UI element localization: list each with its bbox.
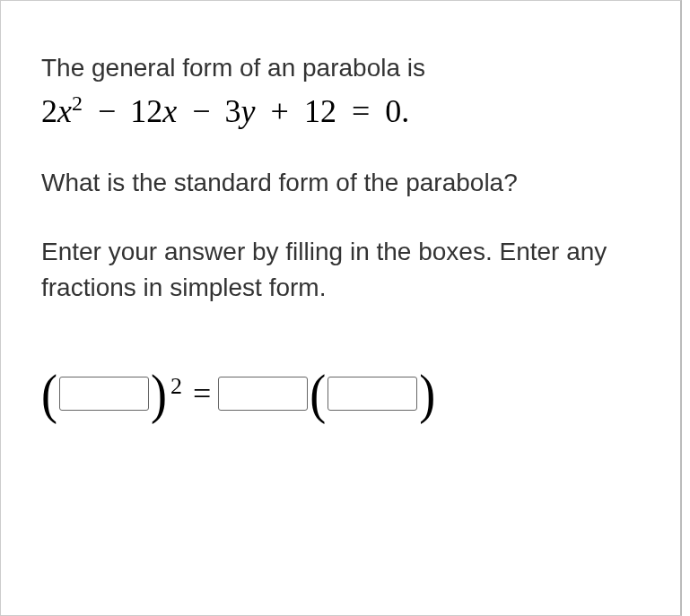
coef-1: 2	[41, 93, 57, 129]
answer-template: ( ) 2 = ( )	[41, 369, 640, 418]
prompt-intro: The general form of an parabola is	[41, 50, 640, 85]
operator-minus-1: −	[98, 93, 115, 129]
const-12: 12	[304, 93, 336, 129]
equals-symbol: =	[193, 375, 211, 412]
left-paren-2: (	[310, 366, 326, 421]
exponent-1: 2	[72, 91, 83, 115]
answer-box-3[interactable]	[328, 377, 417, 411]
var-x1: x	[57, 93, 72, 129]
equals-sign: =	[352, 93, 370, 129]
right-paren-2: )	[419, 366, 435, 421]
answer-box-2[interactable]	[218, 377, 308, 411]
instruction-text: Enter your answer by filling in the boxe…	[41, 234, 640, 307]
var-x2: x	[162, 93, 177, 129]
operator-plus: +	[271, 93, 289, 129]
question-text: What is the standard form of the parabol…	[41, 165, 640, 202]
operator-minus-2: −	[192, 93, 209, 129]
coef-2: 12	[130, 93, 162, 129]
question-card: The general form of an parabola is 2x2 −…	[0, 0, 682, 616]
answer-box-1[interactable]	[59, 377, 149, 411]
rhs-zero: 0.	[385, 93, 409, 129]
right-paren-1: )	[151, 366, 167, 421]
var-y: y	[241, 93, 256, 129]
coef-3: 3	[225, 93, 241, 129]
general-form-equation: 2x2 − 12x − 3y + 12 = 0.	[41, 91, 640, 133]
left-paren-1: (	[41, 366, 57, 421]
